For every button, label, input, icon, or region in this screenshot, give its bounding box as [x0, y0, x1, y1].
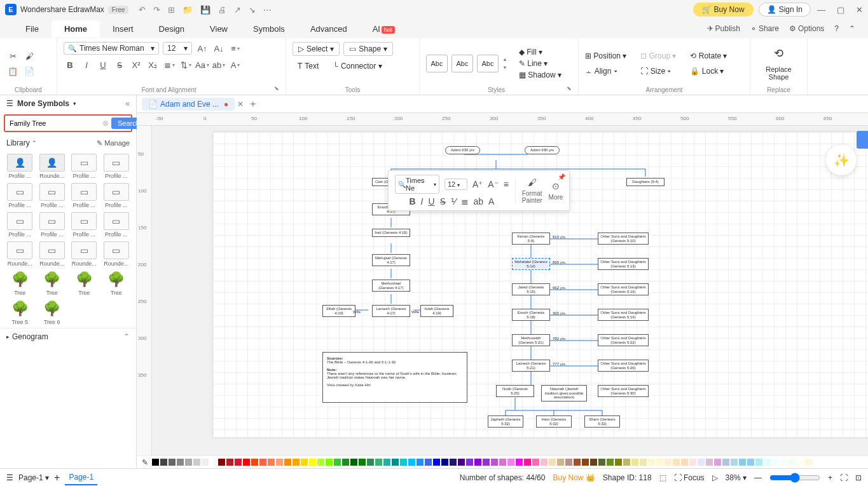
- shape-tool[interactable]: ▭ Shape ▾: [343, 42, 393, 56]
- color-swatch[interactable]: [284, 459, 291, 466]
- color-swatch[interactable]: [309, 459, 316, 466]
- color-swatch[interactable]: [367, 459, 374, 466]
- library-collapse-icon[interactable]: ⌃: [32, 140, 37, 146]
- node-others5[interactable]: Other Sons and Daughters(Genesis 5:22): [598, 334, 649, 346]
- float-bullets-icon[interactable]: ≣: [461, 196, 469, 206]
- canvas-viewport[interactable]: 50100150200250300350: [137, 126, 868, 456]
- node-lamech1[interactable]: Lamech (Genesis 4:17): [372, 305, 410, 317]
- color-swatch[interactable]: [235, 459, 242, 466]
- zoom-slider[interactable]: [769, 473, 820, 483]
- color-swatch[interactable]: [507, 459, 514, 466]
- color-swatch[interactable]: [400, 459, 407, 466]
- fill-button[interactable]: ◆ Fill ▾: [519, 48, 561, 57]
- node-others3[interactable]: Other Sons and Daughters(Genesis 5:16): [598, 283, 649, 295]
- fullscreen-icon[interactable]: ⊡: [855, 473, 862, 482]
- right-panel-toggle[interactable]: [857, 131, 868, 149]
- color-swatch[interactable]: [557, 459, 564, 466]
- color-swatch[interactable]: [648, 459, 655, 466]
- ribbon-collapse-icon[interactable]: ⌃: [849, 24, 855, 33]
- color-swatch[interactable]: [243, 459, 250, 466]
- node-daughters-top[interactable]: Daughters (5:4): [626, 178, 665, 186]
- genogram-collapse-icon[interactable]: ⌃: [123, 332, 130, 341]
- manage-library-button[interactable]: ✎ Manage: [97, 139, 130, 147]
- color-swatch[interactable]: [326, 459, 333, 466]
- fit-page-icon[interactable]: ⛶: [840, 473, 848, 482]
- color-swatch[interactable]: [169, 459, 176, 466]
- clear-search-icon[interactable]: ⊗: [100, 119, 111, 128]
- node-others7[interactable]: Other Sons and Daughters(Genesis 5:30): [598, 385, 649, 397]
- color-swatch[interactable]: [499, 459, 506, 466]
- undo-icon[interactable]: ↶: [139, 5, 146, 15]
- color-swatch[interactable]: [226, 459, 233, 466]
- color-swatch[interactable]: [383, 459, 390, 466]
- color-swatch[interactable]: [607, 459, 614, 466]
- shape-item[interactable]: 🌳Tree: [5, 271, 35, 296]
- minimize-button[interactable]: —: [817, 5, 825, 15]
- layers-icon[interactable]: ⬚: [659, 473, 666, 482]
- color-swatch[interactable]: [425, 459, 432, 466]
- color-swatch[interactable]: [491, 459, 498, 466]
- new-icon[interactable]: ⊞: [168, 5, 175, 15]
- pages-list-icon[interactable]: ☰: [6, 473, 13, 482]
- shape-item[interactable]: ▭Profile ...: [69, 154, 99, 179]
- ai-assistant-badge[interactable]: ✨: [826, 145, 857, 175]
- node-lamech2[interactable]: Lamech (Genesis 5:21): [512, 360, 550, 372]
- color-swatch[interactable]: [631, 459, 638, 466]
- color-swatch[interactable]: [582, 459, 589, 466]
- grow-font-icon[interactable]: A↑: [196, 42, 209, 55]
- float-shrink-font-icon[interactable]: A⁻: [488, 179, 498, 189]
- pin-icon[interactable]: 📌: [558, 173, 565, 180]
- color-swatch[interactable]: [797, 459, 804, 466]
- add-page-icon[interactable]: +: [54, 472, 60, 483]
- color-swatch[interactable]: [259, 459, 266, 466]
- bold-icon[interactable]: B: [64, 58, 76, 71]
- node-zillah[interactable]: Zillah (Genesis 4:19): [322, 305, 355, 317]
- print-icon[interactable]: 🖨: [218, 5, 226, 15]
- focus-mode[interactable]: ⛶ Focus: [674, 473, 705, 482]
- subscript-icon[interactable]: X₂: [146, 58, 159, 71]
- shape-item[interactable]: ▭Rounde...: [102, 241, 132, 267]
- float-italic-icon[interactable]: I: [421, 196, 424, 206]
- help-icon[interactable]: ?: [834, 24, 839, 33]
- color-swatch[interactable]: [433, 459, 440, 466]
- node-enoch2[interactable]: Enoch (Genesis 5:18): [512, 309, 550, 321]
- export-icon[interactable]: ↗: [234, 5, 241, 15]
- sources-box[interactable]: Sources: The Bible – Genesis 4:1-26 and …: [322, 352, 467, 403]
- color-swatch[interactable]: [780, 459, 787, 466]
- node-naamah[interactable]: Naamah (Jewish tradition gives possible …: [541, 385, 587, 402]
- shrink-font-icon[interactable]: A↓: [212, 42, 225, 55]
- color-swatch[interactable]: [747, 459, 754, 466]
- style-preset-2[interactable]: Abc: [451, 55, 473, 72]
- options-button[interactable]: ⚙ Options: [789, 24, 824, 33]
- color-swatch[interactable]: [640, 459, 647, 466]
- status-buy-now[interactable]: Buy Now 👑: [553, 473, 595, 482]
- copy-icon[interactable]: 📋: [6, 65, 19, 78]
- color-swatch[interactable]: [541, 459, 548, 466]
- cut-icon[interactable]: ✂: [6, 50, 19, 62]
- shape-item[interactable]: 🌳Tree 6: [38, 300, 67, 325]
- node-mahalalel[interactable]: Mahalalel (Genesis 5:12): [512, 258, 550, 270]
- replace-shape-icon[interactable]: ⟲: [774, 46, 783, 60]
- page-tab[interactable]: Page-1: [65, 470, 97, 485]
- shape-item[interactable]: 🌳Tree: [38, 271, 67, 296]
- eyedropper-icon[interactable]: ✎: [142, 458, 148, 467]
- close-tab-icon[interactable]: ✕: [237, 100, 244, 109]
- node-ham[interactable]: Ham (Genesis 5:32): [536, 415, 572, 428]
- open-icon[interactable]: 📁: [183, 5, 193, 15]
- color-swatch[interactable]: [689, 459, 696, 466]
- color-swatch[interactable]: [681, 459, 688, 466]
- shape-item[interactable]: ▭Profile ...: [69, 183, 99, 208]
- color-swatch[interactable]: [218, 459, 225, 466]
- shape-item[interactable]: ▭Profile ...: [102, 183, 132, 208]
- color-swatch[interactable]: [623, 459, 630, 466]
- tab-home[interactable]: Home: [52, 20, 100, 37]
- color-swatch[interactable]: [516, 459, 523, 466]
- format-painter-icon[interactable]: 🖌: [23, 50, 36, 62]
- node-others6[interactable]: Other Sons and Daughters(Genesis 5:26): [598, 360, 649, 372]
- rotate-button[interactable]: ⟲ Rotate ▾: [690, 51, 727, 60]
- add-tab-icon[interactable]: +: [250, 98, 256, 110]
- highlight-icon[interactable]: ab: [212, 58, 225, 71]
- color-swatch[interactable]: [441, 459, 448, 466]
- line-spacing-icon[interactable]: ⇅: [179, 58, 192, 71]
- node-adah[interactable]: Adah (Genesis 4:19): [420, 305, 453, 317]
